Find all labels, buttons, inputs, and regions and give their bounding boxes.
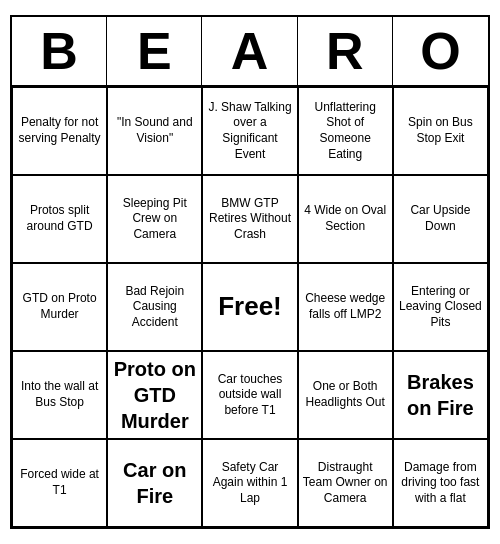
bingo-letter: B (12, 17, 107, 85)
bingo-cell[interactable]: Damage from driving too fast with a flat (393, 439, 488, 527)
bingo-cell[interactable]: Car Upside Down (393, 175, 488, 263)
bingo-letter: E (107, 17, 202, 85)
bingo-cell[interactable]: Spin on Bus Stop Exit (393, 87, 488, 175)
bingo-grid: Penalty for not serving Penalty"In Sound… (12, 87, 488, 527)
bingo-cell[interactable]: Bad Rejoin Causing Accident (107, 263, 202, 351)
bingo-cell[interactable]: Entering or Leaving Closed Pits (393, 263, 488, 351)
bingo-cell[interactable]: Proto on GTD Murder (107, 351, 202, 439)
bingo-cell[interactable]: One or Both Headlights Out (298, 351, 393, 439)
bingo-cell[interactable]: GTD on Proto Murder (12, 263, 107, 351)
bingo-cell[interactable]: BMW GTP Retires Without Crash (202, 175, 297, 263)
bingo-cell[interactable]: Unflattering Shot of Someone Eating (298, 87, 393, 175)
bingo-cell[interactable]: Into the wall at Bus Stop (12, 351, 107, 439)
bingo-cell[interactable]: Free! (202, 263, 297, 351)
bingo-cell[interactable]: Cheese wedge falls off LMP2 (298, 263, 393, 351)
bingo-cell[interactable]: Safety Car Again within 1 Lap (202, 439, 297, 527)
bingo-cell[interactable]: Sleeping Pit Crew on Camera (107, 175, 202, 263)
bingo-letter: O (393, 17, 488, 85)
bingo-card: BEARO Penalty for not serving Penalty"In… (10, 15, 490, 529)
bingo-letter: R (298, 17, 393, 85)
bingo-cell[interactable]: "In Sound and Vision" (107, 87, 202, 175)
bingo-cell[interactable]: Distraught Team Owner on Camera (298, 439, 393, 527)
bingo-cell[interactable]: Car touches outside wall before T1 (202, 351, 297, 439)
bingo-cell[interactable]: Brakes on Fire (393, 351, 488, 439)
bingo-letter: A (202, 17, 297, 85)
bingo-cell[interactable]: Penalty for not serving Penalty (12, 87, 107, 175)
bingo-cell[interactable]: Protos split around GTD (12, 175, 107, 263)
bingo-cell[interactable]: J. Shaw Talking over a Significant Event (202, 87, 297, 175)
bingo-header: BEARO (12, 17, 488, 87)
bingo-cell[interactable]: 4 Wide on Oval Section (298, 175, 393, 263)
bingo-cell[interactable]: Car on Fire (107, 439, 202, 527)
bingo-cell[interactable]: Forced wide at T1 (12, 439, 107, 527)
